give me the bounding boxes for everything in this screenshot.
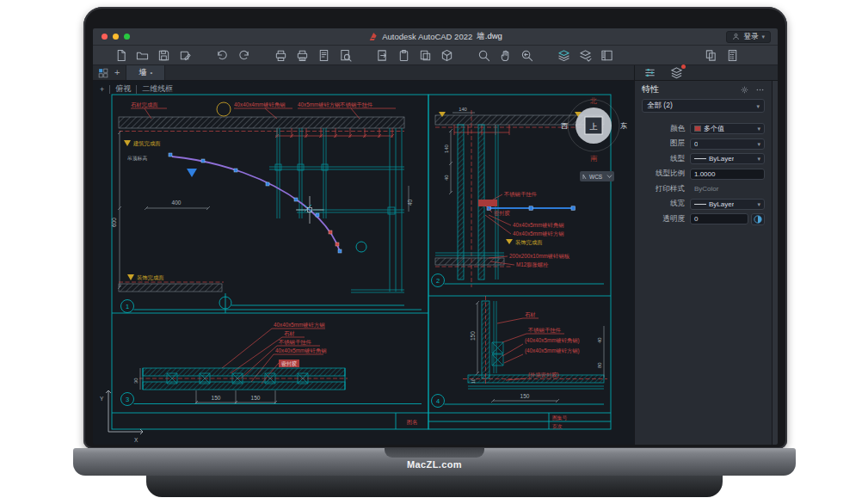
wcs-dropdown[interactable]: WCS <box>580 171 614 181</box>
gear-icon[interactable] <box>740 85 749 95</box>
chevron-down-icon: ▾ <box>757 156 760 162</box>
dimension: 40 <box>444 175 449 181</box>
detail-balloon-1: 1 <box>121 300 422 313</box>
layers-palette-icon[interactable] <box>670 66 683 79</box>
svg-text:图名: 图名 <box>407 419 418 426</box>
chevron-down-icon: ▾ <box>761 34 765 40</box>
annotation: 吊顶标高 <box>127 156 147 162</box>
selection-filter-dropdown[interactable]: 全部 (2) ▾ <box>642 99 765 113</box>
save-as-icon[interactable] <box>178 48 193 63</box>
viewport-style-control[interactable]: 二维线框 <box>142 83 173 95</box>
divider <box>136 85 137 94</box>
page-setup-icon[interactable] <box>317 48 331 63</box>
svg-text:WCS: WCS <box>589 174 603 180</box>
prop-label-transparency: 透明度 <box>642 214 690 224</box>
document-tab[interactable]: 墙 • <box>126 65 165 80</box>
toolbar-group <box>274 48 353 63</box>
login-button[interactable]: 登录 ▾ <box>726 31 771 43</box>
new-tab-button[interactable]: + <box>114 68 120 77</box>
attach-icon[interactable] <box>375 48 390 63</box>
prop-value-transparency[interactable]: 0 <box>690 213 748 224</box>
prop-row-plot-style: 打印样式ByColor <box>635 181 772 197</box>
annotation: 200x200x10mm镀锌钢板 <box>509 253 570 259</box>
minimize-button[interactable] <box>113 34 119 40</box>
viewcube-south[interactable]: 南 <box>590 155 598 163</box>
new-file-icon[interactable] <box>114 48 128 63</box>
dimension: 150 <box>520 393 530 399</box>
svg-text:图集号: 图集号 <box>552 415 568 421</box>
transparency-picker-button[interactable] <box>751 213 765 225</box>
plot-icon[interactable] <box>274 48 288 63</box>
clipboard-icon[interactable] <box>397 48 411 63</box>
window-controls <box>93 34 130 40</box>
prop-value-linetype[interactable]: ByLayer▾ <box>690 153 765 164</box>
detail-3: 40x40x5mm镀锌方钢 石材 不锈钢干挂件 40x40x5mm镀锌角钢 密封… <box>121 322 422 406</box>
viewcube-west[interactable]: 西 <box>561 122 568 130</box>
prop-value-color[interactable]: 多个值▾ <box>690 123 765 134</box>
pan-icon[interactable] <box>498 48 513 63</box>
save-icon[interactable] <box>157 48 171 63</box>
preview-icon[interactable] <box>338 48 353 63</box>
open-icon[interactable] <box>135 48 150 63</box>
palette-icon[interactable] <box>600 48 614 63</box>
property-rows: 颜色多个值▾图层0▾线型ByLayer▾线型比例1.0000打印样式ByColo… <box>635 121 772 227</box>
cad-drawing[interactable]: 图名 图集号 页次 石材完成面 40x40x4mm镀锌角钢 <box>93 81 634 445</box>
prop-value-layer[interactable]: 0▾ <box>690 138 765 150</box>
main-area: + 俯视 二维线框 <box>93 81 778 445</box>
laptop-base-bottom <box>146 476 723 497</box>
layer-state-icon[interactable] <box>578 48 593 63</box>
sheet-set-icon[interactable] <box>704 48 718 63</box>
redo-icon[interactable] <box>237 48 251 63</box>
prop-label-plot-style: 打印样式 <box>642 184 690 194</box>
zoom-icon[interactable] <box>477 48 491 63</box>
properties-panel: 特性 全部 (2) ▾ 颜 <box>634 81 772 445</box>
svg-text:4: 4 <box>436 397 440 405</box>
properties-palette-icon[interactable] <box>643 66 656 79</box>
calc-icon[interactable] <box>725 48 740 63</box>
prop-row-linetype-scale: 线型比例1.0000 <box>635 167 772 182</box>
viewcube[interactable]: 上 北 南 西 东 <box>561 97 627 163</box>
undo-icon[interactable] <box>215 48 230 63</box>
annotation: (外墙密封胶) <box>528 372 559 378</box>
toolbar-group <box>557 48 614 63</box>
svg-text:2: 2 <box>436 277 440 285</box>
dimension: 40 <box>597 338 602 343</box>
viewport-layout-icon[interactable] <box>98 68 108 78</box>
app-title: Autodesk AutoCAD 2022 <box>382 32 472 41</box>
drawing-area[interactable]: + 俯视 二维线框 <box>93 81 634 445</box>
viewcube-east[interactable]: 东 <box>620 122 627 130</box>
prop-value-lineweight[interactable]: ByLayer▾ <box>690 199 765 210</box>
close-button[interactable] <box>102 34 108 40</box>
annotation: 不锈钢干挂件 <box>278 339 311 346</box>
svg-text:Y: Y <box>100 396 104 402</box>
viewport-plus-control[interactable]: + <box>100 85 104 94</box>
block-icon[interactable] <box>440 48 454 63</box>
chevron-down-icon: ▾ <box>757 201 760 207</box>
annotation: 石材 <box>284 330 295 337</box>
batch-plot-icon[interactable] <box>295 48 310 63</box>
dimension: 600 <box>111 218 117 227</box>
viewport-view-control[interactable]: 俯视 <box>115 83 131 95</box>
annotation: 40x40x4mm镀锌角钢 <box>234 101 286 108</box>
toolbar <box>93 46 778 65</box>
layers-icon[interactable] <box>557 48 571 63</box>
color-swatch <box>694 126 701 132</box>
annotation: (40x40x5mm镀锌角钢) <box>525 337 580 344</box>
svg-text:1: 1 <box>126 303 129 310</box>
copy-doc-icon[interactable] <box>418 48 433 63</box>
more-icon[interactable] <box>755 85 765 95</box>
detail-balloon-2: 2 <box>432 274 605 287</box>
detail-1: 石材完成面 40x40x4mm镀锌角钢 40x5mm镀锌方钢不锈钢干挂件 <box>111 101 422 313</box>
prop-label-linetype: 线型 <box>642 154 690 164</box>
prop-row-linetype: 线型ByLayer▾ <box>635 151 772 167</box>
svg-text:页次: 页次 <box>552 423 563 429</box>
toolbar-group <box>215 48 251 63</box>
viewcube-north[interactable]: 北 <box>589 97 597 105</box>
fullscreen-button[interactable] <box>124 34 130 40</box>
annotation: 40x40x5mm镀锌方钢 <box>274 322 325 329</box>
dimension: 150 <box>212 395 221 401</box>
laptop-base: MacZL.com <box>73 448 796 476</box>
selection-filter-label: 全部 (2) <box>647 101 673 111</box>
zoom-back-icon[interactable] <box>520 48 534 63</box>
prop-value-linetype-scale[interactable]: 1.0000 <box>690 169 765 180</box>
